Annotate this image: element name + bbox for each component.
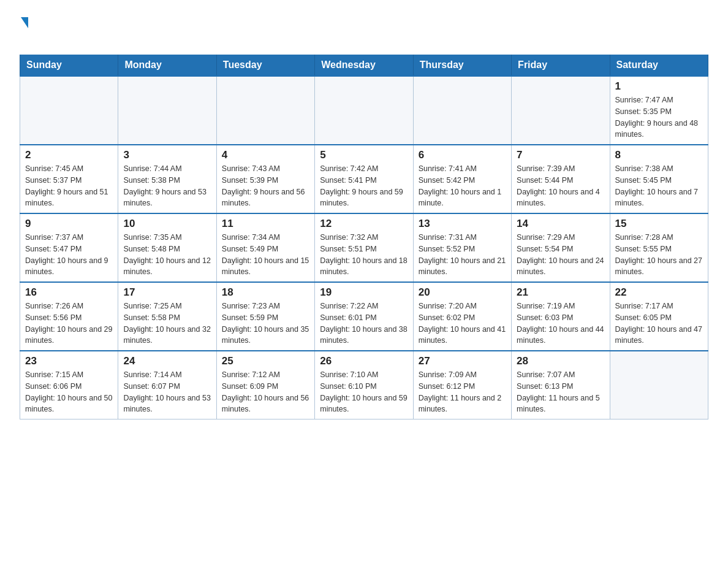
day-number: 3: [123, 149, 211, 161]
day-info: Sunrise: 7:43 AMSunset: 5:39 PMDaylight:…: [222, 163, 309, 209]
calendar-cell: 5Sunrise: 7:42 AMSunset: 5:41 PMDaylight…: [315, 145, 413, 213]
calendar-table: SundayMondayTuesdayWednesdayThursdayFrid…: [20, 55, 708, 419]
calendar-cell: 9Sunrise: 7:37 AMSunset: 5:47 PMDaylight…: [20, 213, 118, 282]
calendar-cell: 17Sunrise: 7:25 AMSunset: 5:58 PMDayligh…: [118, 282, 216, 351]
day-number: 15: [615, 218, 703, 230]
day-number: 28: [517, 355, 604, 367]
day-number: 19: [320, 286, 408, 299]
calendar-cell: 21Sunrise: 7:19 AMSunset: 6:03 PMDayligh…: [512, 282, 610, 351]
day-number: 26: [320, 355, 408, 367]
day-info: Sunrise: 7:37 AMSunset: 5:47 PMDaylight:…: [25, 232, 113, 278]
calendar-cell: [413, 76, 511, 145]
day-info: Sunrise: 7:29 AMSunset: 5:54 PMDaylight:…: [517, 232, 604, 278]
day-number: 25: [222, 355, 309, 367]
day-number: 2: [25, 149, 113, 161]
day-number: 23: [25, 355, 113, 367]
day-info: Sunrise: 7:15 AMSunset: 6:06 PMDaylight:…: [25, 369, 113, 415]
calendar-week-row: 9Sunrise: 7:37 AMSunset: 5:47 PMDaylight…: [20, 213, 708, 282]
calendar-cell: 15Sunrise: 7:28 AMSunset: 5:55 PMDayligh…: [610, 213, 708, 282]
calendar-cell: 2Sunrise: 7:45 AMSunset: 5:37 PMDaylight…: [20, 145, 118, 213]
day-info: Sunrise: 7:26 AMSunset: 5:56 PMDaylight:…: [25, 301, 113, 347]
calendar-cell: 6Sunrise: 7:41 AMSunset: 5:42 PMDaylight…: [413, 145, 511, 213]
calendar-cell: 26Sunrise: 7:10 AMSunset: 6:10 PMDayligh…: [315, 351, 413, 419]
calendar-cell: 3Sunrise: 7:44 AMSunset: 5:38 PMDaylight…: [118, 145, 216, 213]
calendar-cell: [315, 76, 413, 145]
calendar-cell: 19Sunrise: 7:22 AMSunset: 6:01 PMDayligh…: [315, 282, 413, 351]
calendar-cell: 12Sunrise: 7:32 AMSunset: 5:51 PMDayligh…: [315, 213, 413, 282]
calendar-cell: 22Sunrise: 7:17 AMSunset: 6:05 PMDayligh…: [610, 282, 708, 351]
day-number: 16: [25, 286, 113, 299]
calendar-cell: 8Sunrise: 7:38 AMSunset: 5:45 PMDaylight…: [610, 145, 708, 213]
day-header-thursday: Thursday: [413, 55, 511, 76]
day-number: 27: [419, 355, 506, 367]
day-number: 14: [517, 218, 604, 230]
day-number: 20: [419, 286, 506, 299]
day-header-monday: Monday: [118, 55, 216, 76]
day-info: Sunrise: 7:22 AMSunset: 6:01 PMDaylight:…: [320, 301, 408, 347]
day-info: Sunrise: 7:35 AMSunset: 5:48 PMDaylight:…: [123, 232, 211, 278]
day-info: Sunrise: 7:44 AMSunset: 5:38 PMDaylight:…: [123, 163, 211, 209]
day-number: 5: [320, 149, 408, 161]
day-info: Sunrise: 7:41 AMSunset: 5:42 PMDaylight:…: [419, 163, 506, 209]
calendar-cell: 27Sunrise: 7:09 AMSunset: 6:12 PMDayligh…: [413, 351, 511, 419]
calendar-cell: 16Sunrise: 7:26 AMSunset: 5:56 PMDayligh…: [20, 282, 118, 351]
day-number: 17: [123, 286, 211, 299]
day-number: 6: [419, 149, 506, 161]
day-number: 13: [419, 218, 506, 230]
day-number: 22: [615, 286, 703, 299]
page-header: General: [20, 15, 708, 45]
day-number: 12: [320, 218, 408, 230]
day-info: Sunrise: 7:42 AMSunset: 5:41 PMDaylight:…: [320, 163, 408, 209]
day-number: 11: [222, 218, 309, 230]
day-number: 18: [222, 286, 309, 299]
day-info: Sunrise: 7:47 AMSunset: 5:35 PMDaylight:…: [615, 94, 703, 140]
day-number: 7: [517, 149, 604, 161]
day-number: 10: [123, 218, 211, 230]
day-info: Sunrise: 7:45 AMSunset: 5:37 PMDaylight:…: [25, 163, 113, 209]
day-number: 21: [517, 286, 604, 299]
calendar-cell: 20Sunrise: 7:20 AMSunset: 6:02 PMDayligh…: [413, 282, 511, 351]
day-info: Sunrise: 7:09 AMSunset: 6:12 PMDaylight:…: [419, 369, 506, 415]
calendar-cell: [20, 76, 118, 145]
day-info: Sunrise: 7:07 AMSunset: 6:13 PMDaylight:…: [517, 369, 604, 415]
day-info: Sunrise: 7:12 AMSunset: 6:09 PMDaylight:…: [222, 369, 309, 415]
day-info: Sunrise: 7:10 AMSunset: 6:10 PMDaylight:…: [320, 369, 408, 415]
logo: General: [20, 15, 80, 45]
calendar-cell: 24Sunrise: 7:14 AMSunset: 6:07 PMDayligh…: [118, 351, 216, 419]
day-header-wednesday: Wednesday: [315, 55, 413, 76]
day-info: Sunrise: 7:38 AMSunset: 5:45 PMDaylight:…: [615, 163, 703, 209]
calendar-cell: 18Sunrise: 7:23 AMSunset: 5:59 PMDayligh…: [216, 282, 314, 351]
calendar-cell: 1Sunrise: 7:47 AMSunset: 5:35 PMDaylight…: [610, 76, 708, 145]
calendar-week-row: 23Sunrise: 7:15 AMSunset: 6:06 PMDayligh…: [20, 351, 708, 419]
calendar-cell: 14Sunrise: 7:29 AMSunset: 5:54 PMDayligh…: [512, 213, 610, 282]
day-info: Sunrise: 7:32 AMSunset: 5:51 PMDaylight:…: [320, 232, 408, 278]
calendar-week-row: 1Sunrise: 7:47 AMSunset: 5:35 PMDaylight…: [20, 76, 708, 145]
day-info: Sunrise: 7:14 AMSunset: 6:07 PMDaylight:…: [123, 369, 211, 415]
calendar-cell: [610, 351, 708, 419]
calendar-cell: 4Sunrise: 7:43 AMSunset: 5:39 PMDaylight…: [216, 145, 314, 213]
day-info: Sunrise: 7:34 AMSunset: 5:49 PMDaylight:…: [222, 232, 309, 278]
calendar-cell: 10Sunrise: 7:35 AMSunset: 5:48 PMDayligh…: [118, 213, 216, 282]
day-number: 1: [615, 80, 703, 93]
day-number: 24: [123, 355, 211, 367]
calendar-cell: 7Sunrise: 7:39 AMSunset: 5:44 PMDaylight…: [512, 145, 610, 213]
calendar-cell: 11Sunrise: 7:34 AMSunset: 5:49 PMDayligh…: [216, 213, 314, 282]
day-info: Sunrise: 7:25 AMSunset: 5:58 PMDaylight:…: [123, 301, 211, 347]
day-info: Sunrise: 7:39 AMSunset: 5:44 PMDaylight:…: [517, 163, 604, 209]
day-info: Sunrise: 7:20 AMSunset: 6:02 PMDaylight:…: [419, 301, 506, 347]
calendar-week-row: 16Sunrise: 7:26 AMSunset: 5:56 PMDayligh…: [20, 282, 708, 351]
day-number: 9: [25, 218, 113, 230]
calendar-cell: [512, 76, 610, 145]
calendar-cell: 25Sunrise: 7:12 AMSunset: 6:09 PMDayligh…: [216, 351, 314, 419]
day-info: Sunrise: 7:31 AMSunset: 5:52 PMDaylight:…: [419, 232, 506, 278]
calendar-cell: 23Sunrise: 7:15 AMSunset: 6:06 PMDayligh…: [20, 351, 118, 419]
calendar-cell: 13Sunrise: 7:31 AMSunset: 5:52 PMDayligh…: [413, 213, 511, 282]
day-header-friday: Friday: [512, 55, 610, 76]
day-info: Sunrise: 7:19 AMSunset: 6:03 PMDaylight:…: [517, 301, 604, 347]
day-info: Sunrise: 7:23 AMSunset: 5:59 PMDaylight:…: [222, 301, 309, 347]
day-number: 8: [615, 149, 703, 161]
day-info: Sunrise: 7:28 AMSunset: 5:55 PMDaylight:…: [615, 232, 703, 278]
calendar-header-row: SundayMondayTuesdayWednesdayThursdayFrid…: [20, 55, 708, 76]
day-info: Sunrise: 7:17 AMSunset: 6:05 PMDaylight:…: [615, 301, 703, 347]
calendar-week-row: 2Sunrise: 7:45 AMSunset: 5:37 PMDaylight…: [20, 145, 708, 213]
